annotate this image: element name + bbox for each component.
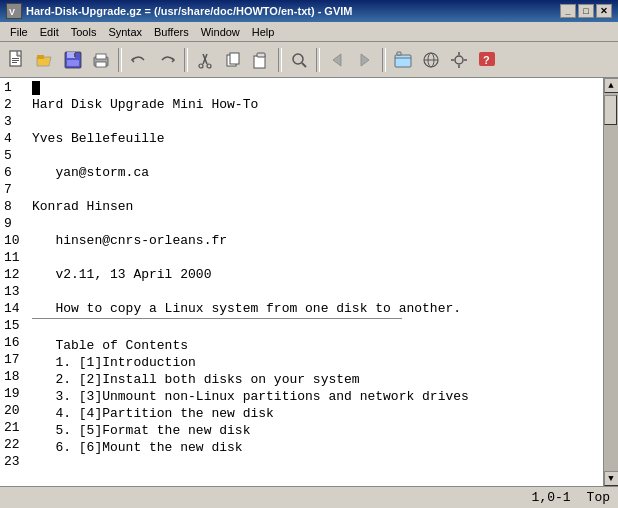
vertical-scrollbar[interactable]: ▲ ▼ — [603, 78, 618, 486]
svg-point-18 — [207, 64, 211, 68]
editor-area: 1 2 3 4 5 6 7 8 9 10 11 12 13 14 15 16 1… — [0, 78, 618, 486]
svg-text:?: ? — [483, 54, 490, 66]
menu-buffers[interactable]: Buffers — [148, 25, 195, 39]
copy-button[interactable] — [220, 47, 246, 73]
svg-rect-4 — [12, 60, 19, 61]
svg-rect-9 — [67, 52, 75, 58]
svg-point-33 — [455, 56, 463, 64]
help-button[interactable]: ? — [474, 47, 500, 73]
separator-2 — [184, 48, 188, 72]
svg-rect-5 — [12, 62, 17, 63]
cut-button[interactable] — [192, 47, 218, 73]
close-button[interactable]: ✕ — [596, 4, 612, 18]
svg-point-23 — [293, 54, 303, 64]
options-button[interactable] — [446, 47, 472, 73]
toolbar: ? — [0, 42, 618, 78]
menu-window[interactable]: Window — [195, 25, 246, 39]
scroll-up-button[interactable]: ▲ — [604, 78, 619, 93]
svg-rect-10 — [67, 60, 79, 66]
open-button[interactable] — [32, 47, 58, 73]
separator-5 — [382, 48, 386, 72]
window-title: Hard-Disk-Upgrade.gz = (/usr/share/doc/H… — [26, 5, 352, 17]
menu-help[interactable]: Help — [246, 25, 281, 39]
scroll-down-button[interactable]: ▼ — [604, 471, 619, 486]
scroll-track[interactable] — [604, 93, 618, 471]
redo-button[interactable] — [154, 47, 180, 73]
svg-line-24 — [302, 63, 306, 67]
menu-bar: File Edit Tools Syntax Buffers Window He… — [0, 22, 618, 42]
svg-rect-29 — [397, 52, 401, 55]
maximize-button[interactable]: □ — [578, 4, 594, 18]
svg-rect-3 — [12, 58, 19, 59]
window-controls[interactable]: _ □ ✕ — [560, 4, 612, 18]
paste-button[interactable] — [248, 47, 274, 73]
undo-button[interactable] — [126, 47, 152, 73]
saveweb-button[interactable] — [390, 47, 416, 73]
svg-rect-27 — [395, 55, 411, 67]
svg-marker-26 — [361, 54, 369, 66]
network-button[interactable] — [418, 47, 444, 73]
new-button[interactable] — [4, 47, 30, 73]
scroll-position: Top — [587, 490, 610, 505]
cursor — [32, 81, 40, 95]
svg-rect-11 — [74, 53, 76, 57]
svg-rect-21 — [254, 56, 265, 68]
menu-file[interactable]: File — [4, 25, 34, 39]
svg-text:V: V — [9, 7, 15, 17]
scroll-thumb[interactable] — [604, 95, 617, 125]
svg-marker-25 — [333, 54, 341, 66]
menu-tools[interactable]: Tools — [65, 25, 103, 39]
minimize-button[interactable]: _ — [560, 4, 576, 18]
separator-1 — [118, 48, 122, 72]
svg-rect-13 — [96, 54, 106, 59]
print-button[interactable] — [88, 47, 114, 73]
svg-rect-20 — [230, 53, 239, 64]
status-bar: 1,0-1 Top — [0, 486, 618, 508]
back-button[interactable] — [324, 47, 350, 73]
line-numbers: 1 2 3 4 5 6 7 8 9 10 11 12 13 14 15 16 1… — [0, 78, 28, 486]
find-button[interactable] — [286, 47, 312, 73]
app-icon: V — [6, 3, 22, 19]
svg-rect-7 — [37, 55, 44, 59]
svg-point-17 — [199, 64, 203, 68]
separator-4 — [316, 48, 320, 72]
svg-rect-22 — [257, 53, 265, 57]
title-bar: V Hard-Disk-Upgrade.gz = (/usr/share/doc… — [0, 0, 618, 22]
cursor-position: 1,0-1 — [532, 490, 571, 505]
menu-edit[interactable]: Edit — [34, 25, 65, 39]
svg-rect-14 — [96, 62, 106, 67]
menu-syntax[interactable]: Syntax — [102, 25, 148, 39]
forward-button[interactable] — [352, 47, 378, 73]
title-bar-left: V Hard-Disk-Upgrade.gz = (/usr/share/doc… — [6, 3, 352, 19]
editor-text[interactable]: Hard Disk Upgrade Mini How-To Yves Belle… — [28, 78, 603, 486]
save-button[interactable] — [60, 47, 86, 73]
separator-3 — [278, 48, 282, 72]
status-right: 1,0-1 Top — [532, 490, 610, 505]
